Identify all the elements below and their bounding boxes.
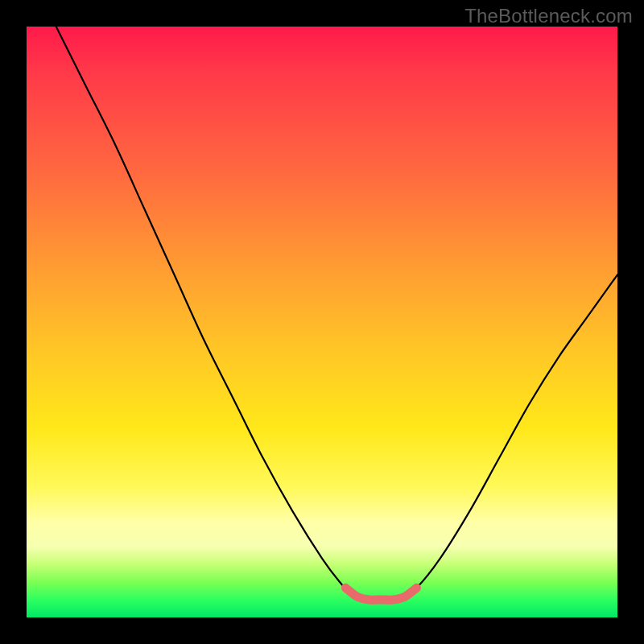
curve-right-branch [398,275,617,600]
watermark-text: TheBottleneck.com [464,5,633,27]
curve-left-branch [56,27,369,600]
plot-area [27,27,617,617]
chart-frame: TheBottleneck.com [0,0,644,644]
highlight-optimal-range [345,588,416,600]
curve-layer [27,27,617,617]
